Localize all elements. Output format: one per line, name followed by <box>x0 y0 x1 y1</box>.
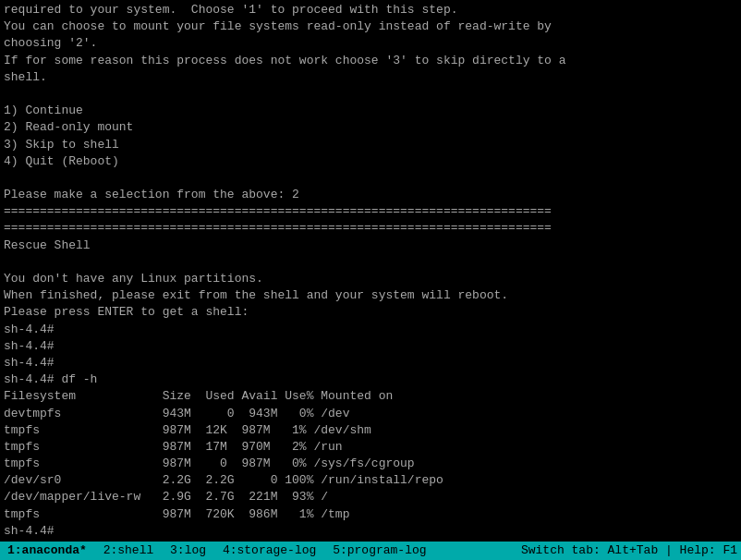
statusbar-help: Switch tab: Alt+Tab | Help: F1 <box>521 542 737 559</box>
tab-log[interactable]: 3:log <box>166 543 210 557</box>
terminal-output[interactable]: required to your system. Choose '1' to p… <box>0 0 741 542</box>
tab-storage-log[interactable]: 4:storage-log <box>219 543 320 557</box>
tab-shell[interactable]: 2:shell <box>100 543 158 557</box>
statusbar-tabs: 1:anaconda* 2:shell 3:log 4:storage-log … <box>4 542 432 559</box>
statusbar: 1:anaconda* 2:shell 3:log 4:storage-log … <box>0 542 741 560</box>
tab-program-log[interactable]: 5:program-log <box>329 543 430 557</box>
tab-main[interactable]: 1:anaconda* <box>4 543 91 557</box>
